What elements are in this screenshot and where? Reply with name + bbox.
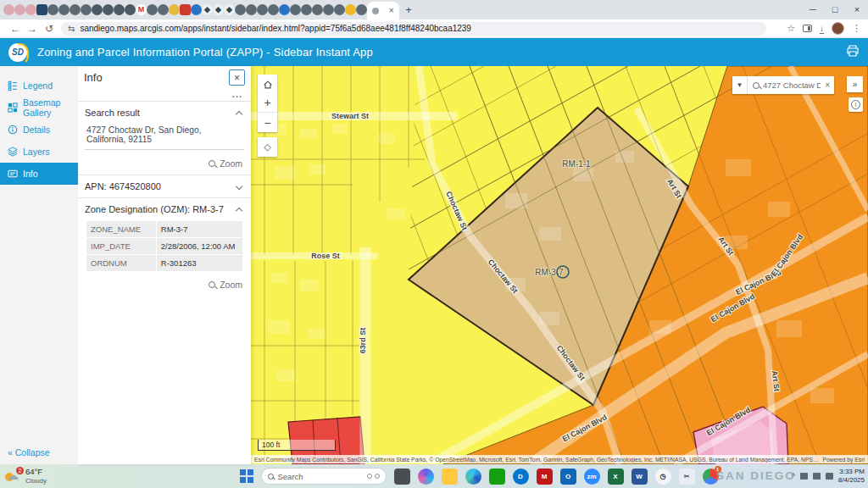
panel-menu-button[interactable]: ... [78,89,251,101]
tab-favicon-icon[interactable] [356,4,367,15]
tab-favicon-icon[interactable] [92,4,103,15]
tab-favicon-icon[interactable] [81,4,92,15]
tab-favicon-icon[interactable] [180,4,191,15]
taskbar-clock[interactable]: 3:33 PM 8/4/2025 [838,468,865,484]
bookmark-star-icon[interactable]: ☆ [787,24,795,33]
chevron-down-icon[interactable] [236,183,242,190]
taskbar-app-icon[interactable] [442,469,458,485]
download-icon[interactable]: ↓ [820,24,824,34]
profile-avatar[interactable] [832,22,844,35]
tab-favicon-icon[interactable] [312,4,323,15]
browser-menu-icon[interactable]: ⋮ [852,24,861,33]
active-tab[interactable]: × [367,2,399,19]
taskbar-app-icon[interactable]: X [608,469,624,485]
tab-favicon-icon[interactable] [70,4,81,15]
tab-favicon-icon[interactable] [47,4,58,15]
weather-widget[interactable]: ☁ 2 64°F Cloudy [0,468,47,485]
zoom-to-zone-link[interactable]: Zoom [85,280,244,290]
locate-button[interactable]: ◇ [258,137,277,157]
reading-mode-icon[interactable] [803,25,812,32]
taskbar-app-icon[interactable] [465,469,481,485]
tab-favicon-icon[interactable] [279,4,290,15]
tray-volume-icon[interactable] [813,473,821,480]
magnifier-zoom-icon [209,160,215,167]
chevron-up-icon[interactable] [236,111,242,118]
tab-favicon-icon[interactable] [257,4,268,15]
zoom-to-result-link[interactable]: Zoom [85,158,244,169]
clear-search-icon[interactable]: × [821,80,834,90]
tab-favicon-icon[interactable] [103,4,114,15]
url-field[interactable]: ⇆ sandiego.maps.arcgis.com/apps/instant/… [61,22,766,36]
taskbar-app-icon[interactable]: O [560,469,576,485]
tab-favicon-icon[interactable] [58,4,70,15]
home-button[interactable] [258,75,277,94]
new-tab-button[interactable]: + [399,3,418,16]
close-tab-icon[interactable]: × [389,6,394,15]
taskbar-app-icon[interactable]: ✂ [679,469,695,485]
reload-button[interactable]: ↺ [41,23,58,35]
tab-favicon-icon[interactable]: ◆ [224,4,235,15]
search-result-address[interactable]: 4727 Choctaw Dr, San Diego, California, … [85,125,244,150]
map-attribution: Esri Community Maps Contributors, SanGIS… [251,455,868,463]
tab-favicon-icon[interactable] [323,4,334,15]
tab-favicon-icon[interactable] [125,4,136,15]
sidebar-item-details[interactable]: Details [0,119,78,141]
sidebar-item-layers[interactable]: Layers [0,141,78,163]
map-search-input[interactable]: 4727 Choctaw D... [763,80,821,90]
tab-favicon-icon[interactable]: M [136,4,147,15]
taskbar-app-icon[interactable] [418,469,434,485]
taskbar-app-icon[interactable] [394,469,410,485]
tab-favicon-icon[interactable] [301,4,312,15]
map-info-button[interactable]: i [849,97,863,112]
sidebar-item-legend[interactable]: Legend [0,75,78,97]
tab-favicon-icon[interactable] [114,4,125,15]
taskbar-app-icon[interactable]: zm [584,469,600,485]
tray-battery-icon[interactable] [826,473,833,480]
search-expand-button[interactable]: » [847,76,863,92]
tab-favicon-icon[interactable] [14,4,25,15]
tray-network-icon[interactable] [800,473,808,480]
chevron-up-icon[interactable] [236,208,242,214]
taskbar-search[interactable]: Search [261,468,387,485]
zone-designation-section: Zone Designation (OZM): RM-3-7 ZONE_NAME… [78,198,251,296]
maximize-button[interactable]: □ [824,0,846,19]
tab-favicon-icon[interactable] [191,4,202,15]
sidebar-item-basemap-gallery[interactable]: Basemap Gallery [0,97,78,119]
taskbar-app-icon[interactable]: D [513,469,529,485]
tab-favicon-icon[interactable] [3,4,14,15]
start-button[interactable] [240,469,253,483]
tab-favicon-icon[interactable] [158,4,169,15]
search-source-dropdown[interactable]: ▾ [732,76,748,94]
zoom-in-button[interactable]: + [258,93,277,113]
tab-favicon-icon[interactable]: ◆ [213,4,224,15]
tab-favicon-icon[interactable] [345,4,356,15]
taskbar-app-icon[interactable]: W [632,469,648,485]
close-window-button[interactable]: × [846,0,868,19]
tab-favicon-icon[interactable] [334,4,345,15]
minimize-button[interactable]: ─ [802,0,824,19]
zoning-map[interactable]: Stewart St Rose St 63rd St Choctaw St Ch… [251,66,868,464]
collapse-button[interactable]: « Collapse [8,447,50,458]
tab-favicon-icon[interactable] [147,4,158,15]
tab-favicon-icon[interactable] [25,4,36,15]
taskbar-app-icon[interactable]: M [537,469,553,485]
screen: M◆◆◆ × + ─ □ × ← → ↺ ⇆ sandiego.maps.arc… [0,0,868,488]
panel-close-button[interactable]: × [229,69,245,86]
back-button[interactable]: ← [7,23,24,35]
print-icon[interactable] [846,45,860,60]
taskbar-app-icon[interactable] [489,469,505,485]
site-info-icon[interactable]: ⇆ [68,24,75,33]
tab-favicon-icon[interactable] [246,4,257,15]
apn-section[interactable]: APN: 4674520800 [78,175,251,197]
tab-favicon-icon[interactable] [36,4,47,15]
sidebar-item-info[interactable]: Info [0,163,78,185]
forward-button[interactable]: → [24,23,41,35]
taskbar-app-icon[interactable]: ◷ [655,469,671,485]
tab-favicon-icon[interactable] [235,4,246,15]
tab-favicon-icon[interactable]: ◆ [202,4,213,15]
tab-favicon-icon[interactable] [268,4,279,15]
zoom-out-button[interactable]: − [258,113,277,132]
tab-favicon-icon[interactable] [169,4,180,15]
powered-by-esri[interactable]: Powered by Esri [820,457,868,463]
tab-favicon-icon[interactable] [290,4,301,15]
